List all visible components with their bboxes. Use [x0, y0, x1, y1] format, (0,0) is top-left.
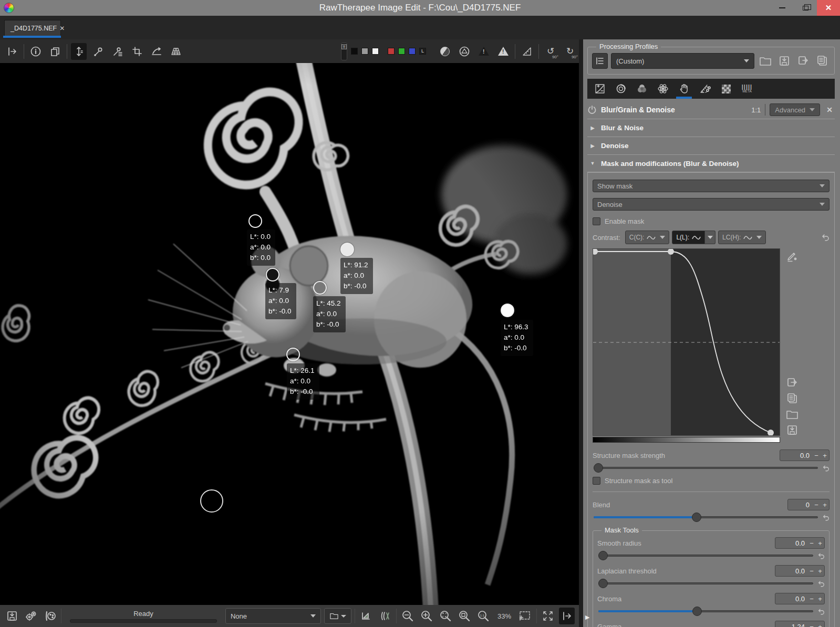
- chroma-spinbox[interactable]: 0.0 − +: [775, 593, 825, 604]
- increment-button[interactable]: +: [821, 501, 829, 509]
- tab-color[interactable]: [631, 79, 652, 99]
- section-blur-noise[interactable]: ▶ Blur & Noise: [587, 119, 835, 137]
- before-after-view-button[interactable]: [377, 608, 393, 624]
- show-history-button[interactable]: [358, 608, 374, 624]
- curve-ll-dropdown-button[interactable]: [705, 231, 715, 244]
- laplacian-threshold-slider[interactable]: [597, 579, 814, 588]
- decrement-button[interactable]: −: [807, 595, 816, 603]
- queue-processing-button[interactable]: [23, 608, 39, 624]
- tab-raw[interactable]: [715, 79, 737, 99]
- zoom-out-button[interactable]: [400, 608, 416, 624]
- hide-left-panel-button[interactable]: [4, 43, 20, 60]
- bg-gray-swatch[interactable]: [361, 48, 368, 55]
- color-picker-3[interactable]: [340, 243, 354, 256]
- tab-detail[interactable]: [610, 79, 631, 99]
- crop-tool-button[interactable]: [129, 43, 145, 60]
- reset-curves-icon[interactable]: [821, 234, 829, 241]
- close-tool-icon[interactable]: ✕: [824, 106, 835, 114]
- image-tab[interactable]: _D4D1775.NEF ✕: [4, 20, 61, 36]
- rotate-cw-button[interactable]: ↻90°: [562, 43, 578, 60]
- reset-slider-icon[interactable]: [817, 608, 825, 615]
- color-picker-5[interactable]: [501, 304, 514, 317]
- fullscreen-button[interactable]: [540, 608, 556, 624]
- white-balance-picker-button[interactable]: [110, 43, 126, 60]
- increment-button[interactable]: +: [816, 567, 824, 575]
- curve-lch-select[interactable]: LC(H):: [718, 231, 766, 244]
- straighten-tool-button[interactable]: [149, 43, 164, 60]
- picker-cursor-circle[interactable]: [200, 489, 223, 513]
- tab-advanced[interactable]: [652, 79, 673, 99]
- profile-quick-select[interactable]: None: [225, 608, 321, 624]
- highlight-clipping-button[interactable]: !: [495, 43, 511, 60]
- color-picker-1[interactable]: [248, 214, 262, 228]
- mask-type-select[interactable]: Denoise: [593, 198, 829, 211]
- increment-button[interactable]: +: [821, 452, 829, 459]
- save-curve-icon[interactable]: [786, 424, 798, 436]
- bg-white-swatch[interactable]: [372, 48, 379, 55]
- smooth-radius-spinbox[interactable]: 0.0 − +: [775, 537, 825, 549]
- minimize-button[interactable]: [771, 0, 794, 16]
- reset-slider-icon[interactable]: [822, 514, 829, 521]
- tab-exposure[interactable]: [589, 79, 610, 99]
- edit-point-icon[interactable]: [786, 250, 798, 262]
- zoom-in-button[interactable]: [419, 608, 434, 624]
- save-profile-button[interactable]: [776, 53, 792, 69]
- navigator-preview-button[interactable]: [324, 608, 351, 624]
- smooth-radius-slider[interactable]: [597, 551, 814, 560]
- laplacian-threshold-spinbox[interactable]: 0.0 − +: [775, 565, 825, 577]
- structure-strength-slider[interactable]: [593, 463, 819, 473]
- green-channel-swatch[interactable]: [398, 48, 405, 55]
- panel-splitter[interactable]: [579, 39, 583, 627]
- add-detail-window-button[interactable]: [517, 608, 533, 624]
- curve-point[interactable]: [768, 430, 774, 436]
- toggle-right-panel-button[interactable]: [559, 608, 575, 624]
- zoom-fit-crop-button[interactable]: [457, 608, 472, 624]
- reset-slider-icon[interactable]: [817, 580, 825, 587]
- tab-local-editing[interactable]: [673, 79, 694, 99]
- load-profile-button[interactable]: [758, 53, 773, 69]
- tab-metadata[interactable]: ||||| META: [737, 79, 758, 99]
- slider-thumb[interactable]: [598, 579, 608, 588]
- power-toggle-icon[interactable]: [587, 105, 597, 114]
- reset-slider-icon[interactable]: [822, 465, 829, 472]
- shadow-clipping-button[interactable]: !: [476, 43, 492, 60]
- load-curve-icon[interactable]: [786, 409, 798, 420]
- red-channel-swatch[interactable]: [388, 48, 395, 55]
- color-picker-2[interactable]: [266, 268, 279, 281]
- blend-spinbox[interactable]: 0 − +: [787, 499, 829, 510]
- section-denoise[interactable]: ▶ Denoise: [587, 137, 835, 154]
- structure-strength-spinbox[interactable]: 0.0 − +: [780, 450, 829, 461]
- perspective-tool-button[interactable]: [168, 43, 184, 60]
- structure-as-tool-checkbox[interactable]: [593, 477, 600, 485]
- profile-fill-mode-button[interactable]: [592, 53, 608, 69]
- restore-button[interactable]: [794, 0, 817, 16]
- zoom-fit-screen-button[interactable]: [438, 608, 453, 624]
- curve-ll-select[interactable]: L(L):: [672, 231, 705, 244]
- enable-mask-checkbox[interactable]: [593, 217, 600, 225]
- section-mask[interactable]: ▼ Mask and modifications (Blur & Denoise…: [587, 154, 835, 172]
- copy-profile-button[interactable]: [795, 53, 811, 69]
- tone-curve-area[interactable]: [593, 248, 780, 436]
- blend-slider[interactable]: [593, 513, 819, 522]
- background-color-selector[interactable]: T: [341, 43, 347, 60]
- curve-point[interactable]: [668, 248, 674, 255]
- close-window-button[interactable]: ✕: [817, 0, 840, 16]
- soft-proofing-button[interactable]: [519, 43, 535, 60]
- copy-curve-icon[interactable]: [786, 393, 798, 404]
- rotate-ccw-button[interactable]: ↺90°: [543, 43, 558, 60]
- tab-close-icon[interactable]: ✕: [59, 25, 65, 32]
- curve-cc-select[interactable]: C(C):: [625, 231, 670, 244]
- decrement-button[interactable]: −: [812, 452, 821, 459]
- color-picker-tool-button[interactable]: [90, 43, 106, 60]
- gamut-check-button[interactable]: [457, 43, 472, 60]
- slider-thumb[interactable]: [692, 607, 702, 616]
- paste-curve-icon[interactable]: [786, 377, 798, 389]
- increment-button[interactable]: +: [816, 539, 824, 547]
- false-color-button[interactable]: [437, 43, 453, 60]
- decrement-button[interactable]: −: [807, 623, 816, 627]
- zoom-100-button[interactable]: 1:1: [475, 608, 491, 624]
- gamma-spinbox[interactable]: 1.24 − +: [775, 621, 825, 627]
- pan-tool-button[interactable]: [71, 43, 87, 60]
- tab-transform[interactable]: [694, 79, 715, 99]
- chroma-slider[interactable]: [597, 607, 814, 616]
